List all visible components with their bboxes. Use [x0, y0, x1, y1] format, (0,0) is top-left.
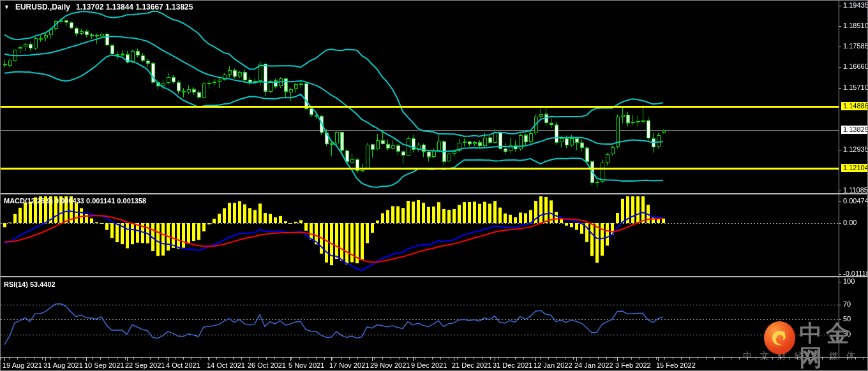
date-tick: [658, 358, 659, 361]
chart-window: ▼ EURUSD.,Daily 1.13702 1.13844 1.13667 …: [0, 0, 868, 371]
date-tick: [209, 358, 209, 361]
date-axis-label: 5 Nov 2021: [288, 361, 324, 369]
date-tick: [250, 358, 250, 361]
date-tick: [535, 358, 536, 361]
date-axis-label: 12 Jan 2022: [534, 361, 572, 369]
date-axis-label: 17 Nov 2021: [329, 361, 369, 369]
date-axis-label: 29 Nov 2021: [370, 361, 410, 369]
date-tick: [4, 358, 5, 361]
date-axis-label: 4 Oct 2021: [166, 361, 200, 369]
axis-tick: [839, 26, 841, 27]
date-tick: [372, 358, 373, 361]
price-axis-label: 1.18510: [843, 22, 868, 30]
axis-tick: [839, 47, 841, 47]
date-axis-label: 24 Jan 2022: [574, 361, 613, 369]
date-tick: [331, 358, 332, 361]
date-axis-label: 10 Sep 2021: [84, 361, 124, 369]
cngold-logo-icon: [764, 321, 795, 354]
rsi-chart-canvas[interactable]: [1, 278, 839, 357]
hline-price-tag: 1.14886: [841, 102, 868, 110]
rsi-axis-label: 100: [843, 277, 855, 286]
axis-tick: [839, 223, 841, 224]
date-tick: [45, 358, 46, 361]
date-axis-label: 3 Feb 2022: [615, 361, 651, 369]
cngold-watermark: 中金网 CNGOLD.COM.CN: [764, 321, 868, 371]
date-axis-label: 9 Dec 2021: [411, 361, 447, 369]
hline-price-tag: 1.12104: [841, 164, 868, 172]
axis-tick: [839, 305, 841, 305]
date-axis-label: 15 Feb 2022: [656, 361, 696, 369]
swirl-glyph: [767, 325, 793, 351]
price-axis-label: 1.16660: [843, 62, 868, 71]
axis-tick: [839, 150, 841, 150]
axis-tick: [839, 88, 841, 89]
price-axis-label: 1.19435: [843, 1, 868, 10]
axis-tick: [839, 191, 841, 191]
date-axis-label: 22 Sep 2021: [125, 361, 165, 369]
macd-chart-canvas[interactable]: [1, 195, 839, 276]
date-axis-label: 31 Dec 2021: [493, 361, 532, 369]
price-chart-canvas[interactable]: [1, 1, 839, 193]
date-tick: [576, 358, 577, 361]
ohlc-values: 1.13702 1.13844 1.13667 1.13825: [76, 3, 193, 11]
price-axis-line: [839, 1, 839, 358]
macd-indicator-label: MACD(12,26,9) 0.000433 0.001141 0.001358: [4, 197, 146, 205]
watermark-brand-text: 中金网: [799, 321, 868, 370]
axis-tick: [839, 274, 841, 275]
date-axis-label: 31 Aug 2021: [43, 361, 83, 369]
rsi-axis-label: 70: [843, 300, 851, 309]
date-tick: [168, 358, 168, 361]
axis-tick: [839, 282, 841, 282]
date-axis-label: 14 Oct 2021: [207, 361, 245, 369]
date-axis-label: 26 Oct 2021: [248, 361, 286, 369]
date-tick: [290, 358, 291, 361]
date-tick: [127, 358, 128, 361]
price-axis-label: 1.11085: [843, 186, 868, 194]
date-axis-label: 19 Aug 2021: [3, 361, 42, 369]
date-tick: [86, 358, 87, 361]
date-axis[interactable]: 19 Aug 202131 Aug 202110 Sep 202122 Sep …: [1, 357, 867, 371]
axis-tick: [839, 67, 841, 68]
price-axis-label: 1.17585: [843, 42, 868, 50]
date-tick: [454, 358, 454, 361]
price-axis-label: 1.15710: [843, 84, 868, 92]
date-axis-ticks: [1, 358, 867, 360]
panel-separator[interactable]: [1, 276, 867, 277]
panel-separator[interactable]: [1, 193, 867, 194]
symbol-dropdown-icon[interactable]: ▼: [4, 4, 10, 10]
date-tick: [495, 358, 495, 361]
macd-axis-label: 0.00: [843, 219, 857, 227]
date-tick: [413, 358, 414, 361]
date-tick: [617, 358, 618, 361]
macd-axis-label: 0.004749: [843, 197, 868, 205]
axis-tick: [839, 6, 841, 6]
rsi-indicator-label: RSI(14) 53.4402: [4, 280, 56, 288]
date-axis-label: 21 Dec 2021: [452, 361, 491, 369]
price-axis-label: 1.12935: [843, 145, 868, 154]
symbol-period-label: EURUSD.,Daily: [15, 3, 70, 11]
axis-tick: [839, 201, 841, 202]
current-price-tag: 1.13825: [841, 126, 868, 134]
chart-title: ▼ EURUSD.,Daily 1.13702 1.13844 1.13667 …: [4, 3, 193, 11]
